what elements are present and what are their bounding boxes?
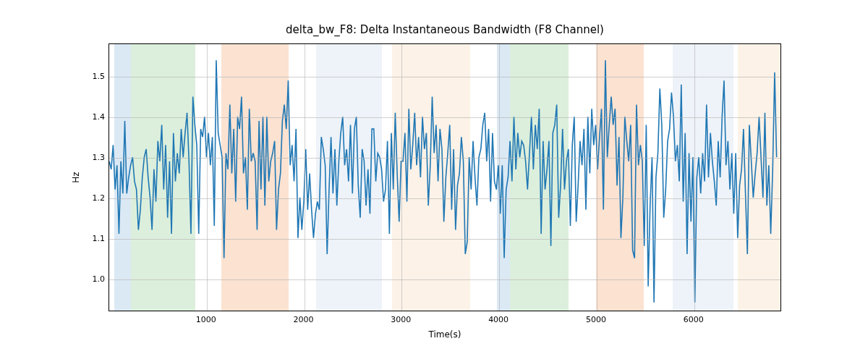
gridline-vertical bbox=[499, 44, 500, 311]
x-tick: 4000 bbox=[488, 315, 509, 324]
y-tick: 1.1 bbox=[80, 234, 105, 243]
y-tick: 1.0 bbox=[80, 274, 105, 284]
gridline-vertical bbox=[207, 44, 208, 311]
plot-area bbox=[109, 43, 781, 311]
gridline-vertical bbox=[597, 44, 597, 311]
gridline-horizontal bbox=[109, 198, 780, 199]
series-line bbox=[109, 60, 777, 303]
x-tick: 3000 bbox=[391, 315, 411, 324]
x-axis-label: Time(s) bbox=[109, 329, 781, 340]
x-tick: 2000 bbox=[294, 315, 314, 324]
line-series bbox=[109, 44, 780, 311]
x-tick: 6000 bbox=[684, 315, 704, 324]
gridline-horizontal bbox=[109, 158, 780, 159]
y-tick: 1.5 bbox=[80, 71, 105, 80]
y-tick: 1.4 bbox=[80, 111, 105, 121]
chart-title: delta_bw_F8: Delta Instantaneous Bandwid… bbox=[109, 23, 781, 36]
gridline-vertical bbox=[694, 44, 695, 311]
gridline-horizontal bbox=[109, 117, 780, 118]
gridline-horizontal bbox=[109, 239, 780, 240]
gridline-vertical bbox=[401, 44, 402, 311]
x-tick: 1000 bbox=[196, 315, 216, 324]
x-tick: 5000 bbox=[586, 315, 606, 324]
gridline-vertical bbox=[305, 44, 305, 311]
chart-figure: delta_bw_F8: Delta Instantaneous Bandwid… bbox=[0, 0, 868, 362]
y-axis-label: Hz bbox=[69, 43, 83, 311]
y-tick: 1.2 bbox=[80, 193, 105, 203]
gridline-horizontal bbox=[109, 77, 780, 77]
gridline-horizontal bbox=[109, 279, 780, 280]
y-tick: 1.3 bbox=[80, 152, 105, 161]
